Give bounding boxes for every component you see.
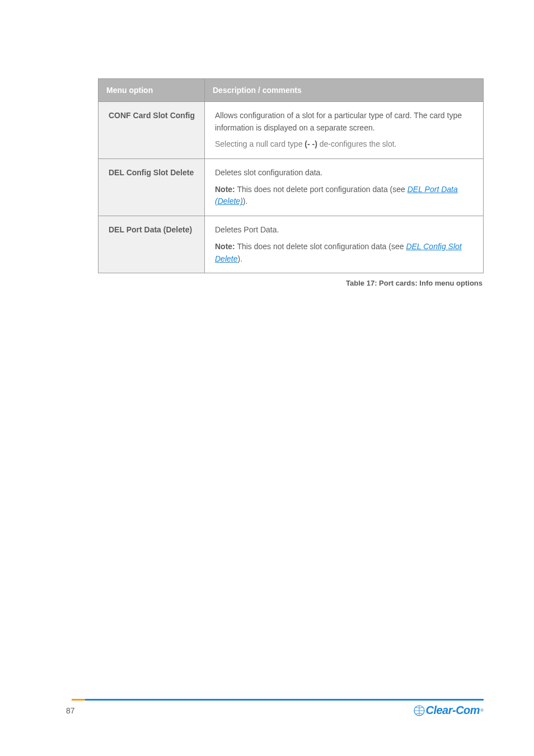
option-title: CONF Card Slot Config <box>109 110 196 122</box>
table-row: DEL Port Data (Delete) Deletes Port Data… <box>99 216 484 273</box>
page-footer: 87 Clear-Com® <box>0 699 534 717</box>
option-note: Note: This does not delete port configur… <box>215 184 475 208</box>
table-row: CONF Card Slot Config Allows configurati… <box>99 102 484 159</box>
option-title: DEL Config Slot Delete <box>109 167 196 179</box>
col-header-option: Menu option <box>99 79 205 102</box>
page-number: 87 <box>66 706 75 715</box>
option-desc: Deletes Port Data. <box>215 225 279 234</box>
option-desc: Allows configuration of a slot for a par… <box>215 111 462 132</box>
option-note: Note: This does not delete slot configur… <box>215 241 475 265</box>
col-header-desc: Description / comments <box>205 79 484 102</box>
table-caption: Table 17: Port cards: Info menu options <box>98 279 484 287</box>
globe-icon <box>413 704 425 717</box>
brand-logo: Clear-Com® <box>413 704 484 717</box>
option-title: DEL Port Data (Delete) <box>109 224 196 236</box>
logo-text: Clear-Com <box>425 704 480 717</box>
table-row: DEL Config Slot Delete Deletes slot conf… <box>99 159 484 216</box>
footer-rule <box>72 699 484 701</box>
option-indent: Selecting a null card type (- -) de-conf… <box>215 138 475 151</box>
registered-icon: ® <box>480 708 484 713</box>
option-desc: Deletes slot configuration data. <box>215 168 322 177</box>
info-menu-table: Menu option Description / comments CONF … <box>98 78 484 273</box>
